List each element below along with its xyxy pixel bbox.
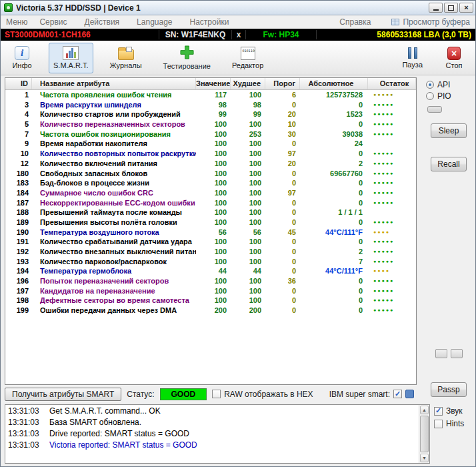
col-header-health[interactable]: Остаток (368, 78, 416, 89)
sleep-button[interactable]: Sleep (431, 123, 467, 138)
table-row[interactable]: 187Нескорректированные ECC-кодом ошибки1… (5, 198, 416, 208)
info-label: Инфо (12, 62, 31, 69)
col-header-absolute[interactable]: Абсолютное (300, 78, 368, 89)
attr-value: 100 (196, 247, 231, 257)
recall-button[interactable]: Recall (431, 157, 467, 171)
table-row[interactable]: 192Количество внезапных выключений питан… (5, 247, 416, 257)
smart-label: S.M.A.R.T. (53, 62, 89, 69)
table-row[interactable]: 1Частота проявления ошибок чтения1171006… (5, 90, 416, 100)
table-column: ID Название атрибута Значение Худшее Пор… (5, 77, 417, 402)
menu-item-5[interactable]: Справка (339, 17, 371, 27)
table-row[interactable]: 198Дефектные секторы во время самотеста1… (5, 296, 416, 306)
attr-id: 4 (5, 109, 32, 119)
testing-button[interactable]: Тестирование (159, 43, 215, 73)
attr-threshold: 0 (265, 247, 300, 257)
col-header-value[interactable]: Значение (196, 78, 231, 89)
attr-threshold: 20 (265, 109, 300, 119)
menu-item-2[interactable]: Действия (85, 17, 120, 27)
table-row[interactable]: 197Кандидатов на переназначение10010000●… (5, 286, 416, 296)
table-row[interactable]: 180Свободных запасных блоков100100069667… (5, 169, 416, 179)
col-header-name[interactable]: Название атрибута (32, 78, 196, 89)
raw-hex-checkbox[interactable] (212, 390, 221, 398)
hints-checkbox-row[interactable]: Hints (434, 419, 473, 428)
mini-button-left[interactable] (435, 349, 447, 358)
ibm-checkbox[interactable] (393, 390, 402, 398)
table-row[interactable]: 199Ошибки передачи данных через DMA20020… (5, 306, 416, 316)
log-line: 13:31:03Get S.M.A.R.T. command... OK (8, 406, 416, 417)
raw-hex-checkbox-row[interactable]: RAW отображать в HEX (212, 390, 313, 399)
buffer-view-button[interactable]: Просмотр буфера (391, 17, 470, 27)
attr-name: Бэд-блоков в процессе жизни (32, 178, 196, 188)
table-row[interactable]: 193Количество парковок/распарковок100100… (5, 257, 416, 267)
api-radio-row[interactable]: API (426, 80, 450, 89)
scroll-thumb[interactable] (420, 416, 429, 452)
close-button[interactable]: × (459, 3, 473, 13)
table-row[interactable]: 10Количество повторных попыток раскрутки… (5, 149, 416, 159)
folder-icon (118, 49, 134, 60)
info-button[interactable]: i Инфо (7, 43, 37, 73)
table-row[interactable]: 183Бэд-блоков в процессе жизни10010000●●… (5, 178, 416, 188)
table-row[interactable]: 4Количество стартов или пробуждений99992… (5, 109, 416, 119)
attr-value: 117 (196, 90, 231, 100)
pause-button[interactable]: Пауза (397, 43, 427, 73)
hints-checkbox[interactable] (434, 420, 443, 428)
table-row[interactable]: 189Превышения высоты полёта головки10010… (5, 217, 416, 227)
menu-item-0[interactable]: Меню (6, 17, 27, 27)
editor-button[interactable]: Редактор (227, 43, 268, 73)
menu-item-3[interactable]: Language (137, 17, 172, 27)
health-dots: ●●●●● (368, 306, 416, 316)
attr-value: 100 (196, 129, 231, 139)
attr-value: 100 (196, 119, 231, 129)
table-row[interactable]: 191Количество срабатываний датчика удара… (5, 237, 416, 247)
passp-button[interactable]: Passp (431, 382, 467, 397)
attr-value: 100 (196, 257, 231, 267)
attr-absolute: 0 (300, 178, 368, 188)
log-scrollbar[interactable]: ▲ ▼ (419, 405, 429, 463)
minimize-button[interactable] (429, 3, 443, 13)
pio-radio-row[interactable]: PIO (426, 91, 451, 101)
table-row[interactable]: 7Частота ошибок позиционирования10025330… (5, 129, 416, 139)
attr-id: 5 (5, 119, 32, 129)
maximize-button[interactable] (444, 3, 458, 13)
table-row[interactable]: 9Время наработки накопителя100100024 (5, 139, 416, 149)
attr-absolute: 39038 (300, 129, 368, 139)
attr-name: Превышений таймаута после команды (32, 207, 196, 217)
hints-label: Hints (446, 419, 464, 428)
attr-name: Количество переназначенных секторов (32, 119, 196, 129)
attr-absolute: 125737528 (300, 90, 368, 100)
log-time: 13:31:03 (8, 440, 49, 451)
table-row[interactable]: 194Температура гермоблока4444044°C/111°F… (5, 266, 416, 276)
app-window: Victoria 5.37 HDD/SSD | Device 1 × МенюС… (0, 0, 476, 467)
menu-item-4[interactable]: Настройки (190, 17, 229, 27)
ibm-indicator[interactable] (405, 390, 414, 398)
stop-button[interactable]: × Стоп (439, 43, 469, 73)
menu-item-1[interactable]: Сервис (39, 17, 67, 27)
table-row[interactable]: 12Количество включений питания100100202●… (5, 159, 416, 169)
attr-id: 194 (5, 266, 32, 276)
attr-id: 187 (5, 198, 32, 208)
mini-button-right[interactable] (451, 349, 463, 358)
api-radio[interactable] (426, 81, 434, 89)
table-row[interactable]: 196Попыток переназначений секторов100100… (5, 276, 416, 286)
journals-button[interactable]: Журналы (105, 43, 147, 73)
get-smart-button[interactable]: Получить атрибуты SMART (5, 388, 121, 401)
attr-value: 100 (196, 178, 231, 188)
attr-worst: 100 (231, 237, 265, 247)
table-row[interactable]: 184Суммарное число ошибок CRC100100970●●… (5, 188, 416, 198)
attr-threshold: 0 (265, 237, 300, 247)
sound-checkbox-row[interactable]: Звук (434, 406, 473, 416)
sound-checkbox[interactable] (434, 407, 443, 416)
health-dots: ●●●●● (368, 109, 416, 119)
col-header-threshold[interactable]: Порог (265, 78, 300, 89)
table-row[interactable]: 3Время раскрутки шпинделя989800●●●●● (5, 100, 416, 110)
scroll-up-arrow[interactable]: ▲ (420, 406, 429, 414)
table-row[interactable]: 190Температура воздушного потока56564544… (5, 227, 416, 238)
scroll-down-arrow[interactable]: ▼ (420, 454, 429, 462)
pio-radio[interactable] (426, 92, 434, 100)
col-header-id[interactable]: ID (5, 78, 32, 89)
table-row[interactable]: 5Количество переназначенных секторов1001… (5, 119, 416, 129)
smart-button[interactable]: S.M.A.R.T. (49, 43, 93, 73)
col-header-worst[interactable]: Худшее (231, 78, 265, 89)
table-row[interactable]: 188Превышений таймаута после команды1001… (5, 207, 416, 217)
attr-name: Нескорректированные ECC-кодом ошибки (32, 198, 196, 208)
